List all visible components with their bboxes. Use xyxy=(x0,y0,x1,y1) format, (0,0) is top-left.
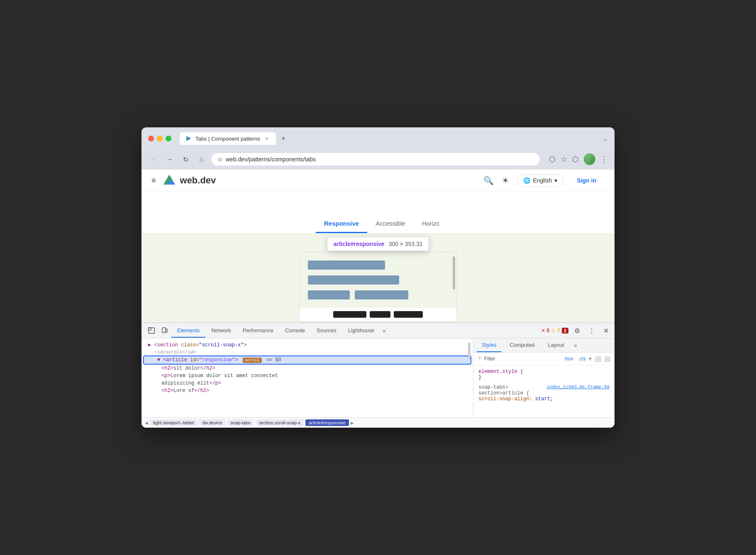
styles-tab-styles[interactable]: Styles xyxy=(477,338,501,352)
bookmark-icon[interactable]: ☆ xyxy=(561,155,567,164)
theme-toggle-button[interactable]: ☀ xyxy=(499,174,512,187)
browser-menu-icon[interactable]: ⋮ xyxy=(600,155,608,164)
filter-add-button[interactable]: + xyxy=(588,355,592,363)
devtools-settings-icon[interactable]: ⚙ xyxy=(572,325,583,336)
error-badge: ✕ 5 ⚠ 7 2 xyxy=(541,328,569,333)
demo-bar-3b xyxy=(355,290,408,299)
nav-forward-button[interactable]: → xyxy=(164,153,176,165)
search-icon[interactable]: 🔍 xyxy=(483,175,494,185)
chevron-down-icon[interactable]: ⌄ xyxy=(603,135,608,142)
filter-icon3[interactable]: ⬜ xyxy=(604,356,610,362)
url-security-icon: ⊙ xyxy=(218,156,222,163)
devtools-body: … ▶ <section class="scroll-snap-x"> <id>… xyxy=(141,338,615,417)
elements-panel: … ▶ <section class="scroll-snap-x"> <id>… xyxy=(141,338,473,417)
devtools-menu-icon[interactable]: ⋮ xyxy=(586,325,597,336)
styles-tab-layout[interactable]: Layout xyxy=(543,338,569,352)
devtools-tab-network[interactable]: Network xyxy=(205,324,237,338)
breadcrumb-left-arrow[interactable]: ◀ xyxy=(145,421,148,425)
breadcrumb-right-arrow[interactable]: ▶ xyxy=(351,421,354,425)
demo-bar-2 xyxy=(308,275,399,285)
devtools-tab-sources[interactable]: Sources xyxy=(311,324,342,338)
url-bar[interactable]: ⊙ web.dev/patterns/components/tabs xyxy=(211,153,540,166)
scroll-thumb xyxy=(468,343,471,359)
filter-hov-button[interactable]: :hov xyxy=(564,356,573,362)
styles-content: element.style { } snap-tabs> index_1c583… xyxy=(473,365,615,409)
site-logo[interactable]: web.dev xyxy=(163,174,216,187)
elements-scrollbar[interactable] xyxy=(468,338,471,417)
demo-content xyxy=(300,252,456,308)
dom-line-h2-2[interactable]: <h2>Lore sf</h2> xyxy=(141,387,473,394)
language-label: English xyxy=(533,177,552,184)
avatar-image xyxy=(585,154,595,164)
devtools-panel: Elements Network Performance Console Sou… xyxy=(141,322,615,428)
breadcrumb-item-3[interactable]: section.scroll-snap-x xyxy=(256,419,304,426)
language-selector-button[interactable]: 🌐 English ▾ xyxy=(517,174,563,187)
filter-cls-button[interactable]: .cls xyxy=(578,356,586,362)
breadcrumb-item-1[interactable]: div.device xyxy=(199,419,225,426)
devtools-inspector-icon[interactable] xyxy=(145,323,158,338)
breadcrumb-item-0[interactable]: light.viewport--tablet xyxy=(150,419,197,426)
external-link-icon[interactable]: ⬡ xyxy=(549,155,556,164)
tooltip-element-name: article#responsive xyxy=(333,241,384,247)
new-tab-button[interactable]: + xyxy=(278,133,289,144)
dom-line-section[interactable]: ▶ <section class="scroll-snap-x"> xyxy=(141,341,473,349)
page-tab-list: Responsive Accessible Horizc xyxy=(141,207,615,234)
dom-line-p[interactable]: <p>Lorem ipsum dolor sit amet consectet xyxy=(141,372,473,380)
sign-in-button[interactable]: Sign in xyxy=(568,174,605,187)
tab-horizc[interactable]: Horizc xyxy=(414,215,448,233)
style-file-link[interactable]: index_1c583…8e.frame:50 xyxy=(546,385,610,389)
webpage-content: ≡ web.dev 🔍 ☀ 🌐 English ▾ Sign in xyxy=(141,170,615,428)
devtools-breadcrumb: ◀ light.viewport--tablet div.device snap… xyxy=(141,417,615,428)
nav-back-button[interactable]: ← xyxy=(148,153,160,165)
filter-label[interactable]: Filter xyxy=(484,356,561,362)
traffic-light-maximize[interactable] xyxy=(166,136,171,141)
devtools-close-icon[interactable]: ✕ xyxy=(601,325,611,336)
nav-refresh-button[interactable]: ↻ xyxy=(180,153,191,165)
dom-line-h2[interactable]: <h2>sit dolor</h2> xyxy=(141,365,473,372)
tab-close-button[interactable]: ✕ xyxy=(263,135,270,142)
devtools-tab-elements[interactable]: Elements xyxy=(171,324,205,338)
hamburger-menu-icon[interactable]: ≡ xyxy=(151,176,156,185)
dropdown-arrow-icon: ▾ xyxy=(554,177,557,184)
tab-accessible[interactable]: Accessible xyxy=(367,215,414,233)
devtools-device-icon[interactable] xyxy=(158,323,171,338)
svg-rect-7 xyxy=(162,328,166,333)
element-style-rule: element.style { } xyxy=(478,369,610,380)
breadcrumb-item-2[interactable]: snap-tabs xyxy=(227,419,254,426)
page-back-button[interactable]: ← xyxy=(141,192,378,207)
tab-responsive[interactable]: Responsive xyxy=(316,215,367,233)
warning-count: 7 xyxy=(557,328,560,333)
browser-tabs-area: Tabs | Component patterns ✕ + xyxy=(180,132,598,145)
extension-icon[interactable]: ⬡ xyxy=(572,155,579,164)
snap-file-label: snap-tabs> index_1c583…8e.frame:50 xyxy=(478,385,508,390)
demo-bar-3a xyxy=(308,290,350,299)
traffic-light-close[interactable] xyxy=(148,136,154,141)
styles-more-tabs[interactable]: » xyxy=(572,339,578,352)
demo-tab-1 xyxy=(333,311,366,318)
demo-area: article#responsive 300 × 353.31 xyxy=(141,234,615,322)
error-icon: ✕ xyxy=(541,328,545,333)
snap-prop: scroll-snap-align: xyxy=(478,396,532,402)
traffic-light-minimize[interactable] xyxy=(157,136,163,141)
nav-home-button[interactable]: ⌂ xyxy=(195,153,207,165)
styles-tab-computed[interactable]: Computed xyxy=(505,338,539,352)
devtools-tab-lighthouse[interactable]: Lighthouse xyxy=(342,324,380,338)
browser-tab-active[interactable]: Tabs | Component patterns ✕ xyxy=(180,132,276,145)
filter-icon: ⊤ xyxy=(478,356,482,362)
devtools-tab-console[interactable]: Console xyxy=(279,324,311,338)
devtools-more-tabs[interactable]: » xyxy=(380,324,388,337)
element-tooltip: article#responsive 300 × 353.31 xyxy=(327,237,429,251)
demo-tab-2 xyxy=(370,311,390,318)
devtools-tab-performance[interactable]: Performance xyxy=(237,324,279,338)
webdev-logo-icon xyxy=(163,174,176,187)
filter-icon2[interactable]: ⬜ xyxy=(595,356,601,362)
dom-line-article-selected[interactable]: ▼ <article id="responsive"> scroll == $0 xyxy=(143,355,471,365)
demo-bottom-tabs xyxy=(300,308,456,321)
styles-panel: Styles Computed Layout » ⊤ Filter :hov .… xyxy=(473,338,615,417)
traffic-lights xyxy=(148,136,171,141)
dom-line-id-scroll[interactable]: <id>scroll</id> xyxy=(141,349,473,355)
dom-line-p-cont[interactable]: adipisicing elit</p> xyxy=(141,380,473,387)
breadcrumb-item-4-active[interactable]: article#responsive xyxy=(305,419,349,426)
dom-scroll-badge: scroll xyxy=(243,358,262,363)
user-avatar[interactable] xyxy=(584,153,595,165)
